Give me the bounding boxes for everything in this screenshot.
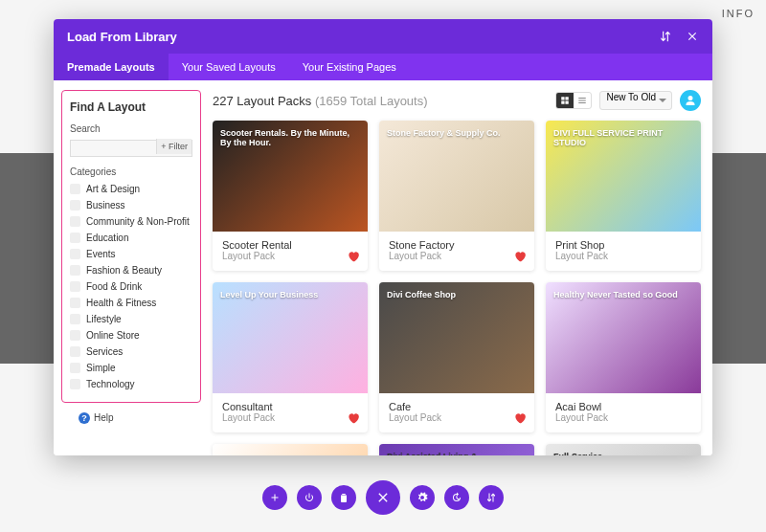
category-item[interactable]: Events xyxy=(70,246,192,262)
card-title: Print Shop xyxy=(555,239,691,251)
search-row: + Filter xyxy=(70,138,192,157)
card-thumbnail: Level Up Your Business xyxy=(213,282,368,393)
heart-icon[interactable] xyxy=(513,411,527,425)
category-item[interactable]: Simple xyxy=(70,360,192,376)
category-item[interactable]: Online Store xyxy=(70,327,192,344)
heart-icon[interactable] xyxy=(347,411,360,425)
card-title: Acai Bowl xyxy=(555,401,691,412)
checkbox[interactable] xyxy=(70,330,80,341)
modal-header-actions xyxy=(659,30,699,43)
category-item[interactable]: Community & Non-Profit xyxy=(70,213,192,230)
sort-select[interactable]: New To Old xyxy=(599,91,672,110)
avatar[interactable] xyxy=(680,90,701,111)
layout-card[interactable]: Full-Service xyxy=(546,444,701,455)
tabbar: Premade Layouts Your Saved Layouts Your … xyxy=(54,54,712,80)
layout-card[interactable]: Level Up Your Business Consultant Layout… xyxy=(213,282,368,432)
close-icon[interactable] xyxy=(686,30,699,43)
help-icon: ? xyxy=(79,412,90,424)
thumb-text: DIVI FULL SERVICE PRINT STUDIO xyxy=(546,121,701,155)
thumb-text: Scooter Rentals. By the Minute, By the H… xyxy=(213,121,368,155)
card-thumbnail: Scooter Rentals. By the Minute, By the H… xyxy=(213,121,368,232)
checkbox[interactable] xyxy=(70,379,80,389)
checkbox[interactable] xyxy=(70,249,80,259)
thumb-text: Divi Coffee Shop xyxy=(379,282,463,307)
layout-card[interactable]: Scooter Rentals. By the Minute, By the H… xyxy=(213,121,368,271)
layout-card[interactable]: Stone Factory & Supply Co. Stone Factory… xyxy=(379,121,534,271)
category-label: Simple xyxy=(86,363,116,373)
power-button[interactable] xyxy=(297,485,322,510)
tab-premade-layouts[interactable]: Premade Layouts xyxy=(54,54,169,80)
card-thumbnail xyxy=(213,444,368,455)
card-footer: Cafe Layout Pack xyxy=(379,393,534,432)
view-grid-button[interactable] xyxy=(556,93,574,108)
category-label: Services xyxy=(86,346,123,357)
filter-button[interactable]: + Filter xyxy=(156,139,192,154)
checkbox[interactable] xyxy=(70,314,80,324)
card-footer: Consultant Layout Pack xyxy=(213,393,368,432)
category-label: Food & Drink xyxy=(86,281,142,292)
category-item[interactable]: Business xyxy=(70,197,192,213)
layout-card[interactable]: Healthy Never Tasted so Good Acai Bowl L… xyxy=(546,282,701,432)
delete-button[interactable] xyxy=(331,485,356,510)
action-bar xyxy=(262,480,504,515)
category-label: Health & Fitness xyxy=(86,298,156,308)
layout-card[interactable]: Divi Coffee Shop Cafe Layout Pack xyxy=(379,282,534,432)
category-item[interactable]: Technology xyxy=(70,376,192,392)
checkbox[interactable] xyxy=(70,363,80,373)
history-button[interactable] xyxy=(444,485,469,510)
checkbox[interactable] xyxy=(70,216,80,227)
layout-card[interactable]: DIVI FULL SERVICE PRINT STUDIO Print Sho… xyxy=(546,121,701,271)
add-button[interactable] xyxy=(262,485,287,510)
library-modal: Load From Library Premade Layouts Your S… xyxy=(54,19,712,455)
sort-icon[interactable] xyxy=(659,30,672,43)
heart-icon[interactable] xyxy=(347,250,360,263)
close-action-button[interactable] xyxy=(366,480,400,515)
category-item[interactable]: Food & Drink xyxy=(70,278,192,295)
view-toggle xyxy=(555,92,592,109)
tab-saved-layouts[interactable]: Your Saved Layouts xyxy=(169,54,289,80)
card-thumbnail: Stone Factory & Supply Co. xyxy=(379,121,534,232)
sidebar-title: Find A Layout xyxy=(70,100,192,114)
checkbox[interactable] xyxy=(70,281,80,292)
view-list-button[interactable] xyxy=(574,93,591,108)
card-subtitle: Layout Pack xyxy=(555,412,691,423)
checkbox[interactable] xyxy=(70,346,80,357)
category-item[interactable]: Art & Design xyxy=(70,181,192,197)
reorder-button[interactable] xyxy=(479,485,504,510)
checkbox[interactable] xyxy=(70,298,80,308)
heart-icon[interactable] xyxy=(513,250,527,263)
settings-button[interactable] xyxy=(410,485,435,510)
card-thumbnail: Healthy Never Tasted so Good xyxy=(546,282,701,393)
layout-card[interactable] xyxy=(213,444,368,455)
thumb-text: Stone Factory & Supply Co. xyxy=(379,121,508,145)
modal-header: Load From Library xyxy=(54,19,712,54)
category-item[interactable]: Fashion & Beauty xyxy=(70,262,192,278)
card-thumbnail: Divi Coffee Shop xyxy=(379,282,534,393)
card-title: Cafe xyxy=(389,401,525,412)
category-list: Art & DesignBusinessCommunity & Non-Prof… xyxy=(70,181,192,392)
tab-existing-pages[interactable]: Your Existing Pages xyxy=(289,54,410,80)
checkbox[interactable] xyxy=(70,233,80,243)
card-title: Stone Factory xyxy=(389,239,525,251)
card-title: Consultant xyxy=(222,401,358,412)
search-label: Search xyxy=(70,123,192,134)
thumb-text: Level Up Your Business xyxy=(213,282,326,307)
category-label: Business xyxy=(86,200,125,211)
total-count: (1659 Total Layouts) xyxy=(315,94,428,108)
layout-card[interactable]: Divi Assisted Living & xyxy=(379,444,534,455)
card-subtitle: Layout Pack xyxy=(222,251,358,261)
card-subtitle: Layout Pack xyxy=(389,251,525,261)
checkbox[interactable] xyxy=(70,265,80,276)
category-label: Lifestyle xyxy=(86,314,122,324)
help-link[interactable]: ? Help xyxy=(79,412,201,424)
category-item[interactable]: Education xyxy=(70,230,192,246)
sidebar: Find A Layout Search + Filter Categories… xyxy=(61,90,201,403)
category-item[interactable]: Health & Fitness xyxy=(70,295,192,311)
category-label: Fashion & Beauty xyxy=(86,265,162,276)
category-item[interactable]: Lifestyle xyxy=(70,311,192,327)
card-footer: Acai Bowl Layout Pack xyxy=(546,393,701,432)
category-label: Events xyxy=(86,249,116,259)
category-item[interactable]: Services xyxy=(70,344,192,360)
checkbox[interactable] xyxy=(70,200,80,211)
checkbox[interactable] xyxy=(70,184,80,194)
